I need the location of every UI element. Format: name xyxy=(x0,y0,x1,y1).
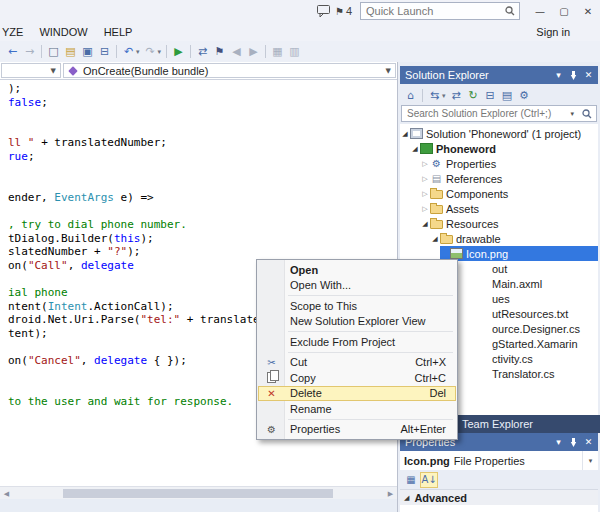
alphabetical-sort-icon[interactable]: A↓ xyxy=(420,472,438,488)
expander-collapsed-icon[interactable]: ▷ xyxy=(420,205,430,213)
tree-item-solution-phoneword-1-project[interactable]: ◢Solution 'Phoneword' (1 project) xyxy=(400,126,598,141)
folder-icon xyxy=(430,190,443,199)
start-debug-icon[interactable]: ▶ xyxy=(170,43,187,60)
tree-item-content[interactable]: ◢Solution 'Phoneword' (1 project) xyxy=(400,126,598,141)
tree-item-content[interactable]: ◢drawable xyxy=(430,231,598,246)
scroll-left-icon[interactable]: ◀ xyxy=(0,490,13,498)
close-icon[interactable]: ✕ xyxy=(581,67,596,83)
quick-launch-box[interactable]: Quick Launch xyxy=(360,2,520,20)
tree-item-phoneword[interactable]: ◢Phoneword xyxy=(400,141,598,156)
notifications-flag[interactable]: ⚑ 4 xyxy=(335,5,352,17)
properties-object-selector[interactable]: Icon.png File Properties ▾ xyxy=(400,451,598,471)
minimize-button[interactable]: — xyxy=(528,2,552,20)
menu-item-new-solution-explorer-view[interactable]: New Solution Explorer View xyxy=(258,314,456,330)
expander-collapsed-icon[interactable]: ▷ xyxy=(420,190,430,198)
new-file-icon[interactable]: □ xyxy=(45,43,62,60)
advanced-category-row[interactable]: ◢ Advanced xyxy=(400,489,598,506)
sync-with-active-document-icon[interactable]: ⇄ xyxy=(448,87,465,104)
open-file-icon[interactable]: ▤ xyxy=(62,43,79,60)
tree-item-content[interactable]: ▷▤References xyxy=(420,171,598,186)
sync-icon[interactable]: ⇄ xyxy=(194,43,211,60)
menu-help[interactable]: HELP xyxy=(96,24,141,40)
tree-item-label: ues xyxy=(492,293,514,305)
menu-item-open[interactable]: Open xyxy=(258,262,456,278)
chevron-down-icon[interactable]: ▾ xyxy=(566,110,578,118)
menu-item-open-with[interactable]: Open With... xyxy=(258,278,456,294)
categorized-icon[interactable]: ▦ xyxy=(402,472,420,488)
close-button[interactable]: ✕ xyxy=(576,2,600,20)
tree-item-content[interactable]: Icon.png xyxy=(440,246,598,261)
tree-item-content[interactable]: ▷Assets xyxy=(420,201,598,216)
menu-item-cut[interactable]: ✂CutCtrl+X xyxy=(258,355,456,371)
switch-views-caret-icon[interactable]: ▾ xyxy=(442,92,446,100)
tree-item-content[interactable]: ◢Resources xyxy=(420,216,598,231)
window-menu-icon[interactable]: ▾ xyxy=(551,434,566,450)
collapse-all-icon[interactable]: ⊟ xyxy=(482,87,499,104)
scroll-right-icon[interactable]: ▶ xyxy=(384,490,397,498)
show-all-files-icon[interactable]: ▤ xyxy=(499,87,516,104)
previous-bookmark-icon[interactable]: ◀ xyxy=(228,43,245,60)
solution-search-input[interactable]: Search Solution Explorer (Ctrl+;) ▾ xyxy=(401,105,597,122)
menu-item-label: New Solution Explorer View xyxy=(285,315,456,327)
menu-item-exclude-from-project[interactable]: Exclude From Project xyxy=(258,334,456,350)
properties-icon[interactable]: ⚙ xyxy=(516,87,533,104)
tree-item-components[interactable]: ▷Components xyxy=(400,186,598,201)
save-icon[interactable]: ▣ xyxy=(79,43,96,60)
menu-item-delete[interactable]: ✕DeleteDel xyxy=(258,386,456,402)
close-icon[interactable]: ✕ xyxy=(581,434,596,450)
tree-item-label: ctivity.cs xyxy=(492,353,537,365)
pin-icon[interactable] xyxy=(566,67,581,83)
method-dropdown[interactable]: OnCreate(Bundle bundle) ▼ xyxy=(63,63,396,78)
code-line xyxy=(8,164,397,178)
undo-icon[interactable]: ↶ xyxy=(120,43,137,60)
menu-item-copy[interactable]: CopyCtrl+C xyxy=(258,370,456,386)
uncomment-icon[interactable]: ▥ xyxy=(286,43,303,60)
expander-collapsed-icon[interactable]: ▷ xyxy=(420,175,430,183)
redo-caret-icon[interactable]: ▾ xyxy=(158,48,162,56)
menu-window[interactable]: WINDOW xyxy=(31,24,95,40)
sign-in-link[interactable]: Sign in xyxy=(536,26,570,38)
expander-collapsed-icon[interactable]: ▷ xyxy=(420,160,430,168)
type-dropdown[interactable]: ▼ xyxy=(1,63,61,78)
expander-expanded-icon[interactable]: ◢ xyxy=(420,220,430,228)
comment-out-icon[interactable]: ▦ xyxy=(269,43,286,60)
category-expander-icon[interactable]: ◢ xyxy=(404,494,409,502)
window-menu-icon[interactable]: ▾ xyxy=(551,67,566,83)
menu-item-scope-to-this[interactable]: Scope to This xyxy=(258,298,456,314)
tree-item-drawable[interactable]: ◢drawable xyxy=(400,231,598,246)
tree-item-references[interactable]: ▷▤References xyxy=(400,171,598,186)
tree-item-assets[interactable]: ▷Assets xyxy=(400,201,598,216)
tree-item-content[interactable]: ▷⚙Properties xyxy=(420,156,598,171)
tree-item-content[interactable]: ▷Components xyxy=(420,186,598,201)
expander-expanded-icon[interactable]: ◢ xyxy=(400,130,410,138)
pin-icon[interactable] xyxy=(566,434,581,450)
refresh-icon[interactable]: ↻ xyxy=(465,87,482,104)
next-bookmark-icon[interactable]: ▶ xyxy=(245,43,262,60)
chevron-down-icon[interactable]: ▾ xyxy=(582,451,598,470)
expander-expanded-icon[interactable]: ◢ xyxy=(430,235,440,243)
chevron-down-icon: ▼ xyxy=(47,67,60,75)
tree-item-resources[interactable]: ◢Resources xyxy=(400,216,598,231)
switch-views-icon[interactable]: ⇆ xyxy=(426,87,443,104)
feedback-icon[interactable] xyxy=(313,5,335,17)
menu-item-properties[interactable]: ⚙PropertiesAlt+Enter xyxy=(258,422,456,438)
redo-icon[interactable]: ↷ xyxy=(142,43,159,60)
menu-yze[interactable]: YZE xyxy=(0,24,31,40)
maximize-button[interactable]: ▢ xyxy=(552,2,576,20)
tab-team-explorer[interactable]: Team Explorer xyxy=(462,418,533,430)
scrollbar-thumb[interactable] xyxy=(63,489,333,498)
bookmark-icon[interactable]: ⚑ xyxy=(211,43,228,60)
tree-item-properties[interactable]: ▷⚙Properties xyxy=(400,156,598,171)
expander-expanded-icon[interactable]: ◢ xyxy=(410,145,420,153)
search-icon xyxy=(582,109,592,119)
navigate-backward-icon[interactable]: ← xyxy=(4,43,21,60)
code-line: ); xyxy=(8,82,397,96)
menu-item-rename[interactable]: Rename xyxy=(258,401,456,417)
solution-explorer-header[interactable]: Solution Explorer ▾ ✕ xyxy=(400,66,598,84)
tree-item-content[interactable]: ◢Phoneword xyxy=(410,141,598,156)
save-all-icon[interactable]: ⊟ xyxy=(96,43,113,60)
undo-caret-icon[interactable]: ▾ xyxy=(136,48,140,56)
home-icon[interactable]: ⌂ xyxy=(402,87,419,104)
navigate-forward-icon[interactable]: → xyxy=(21,43,38,60)
horizontal-scrollbar[interactable]: ◀ ▶ xyxy=(0,486,397,500)
